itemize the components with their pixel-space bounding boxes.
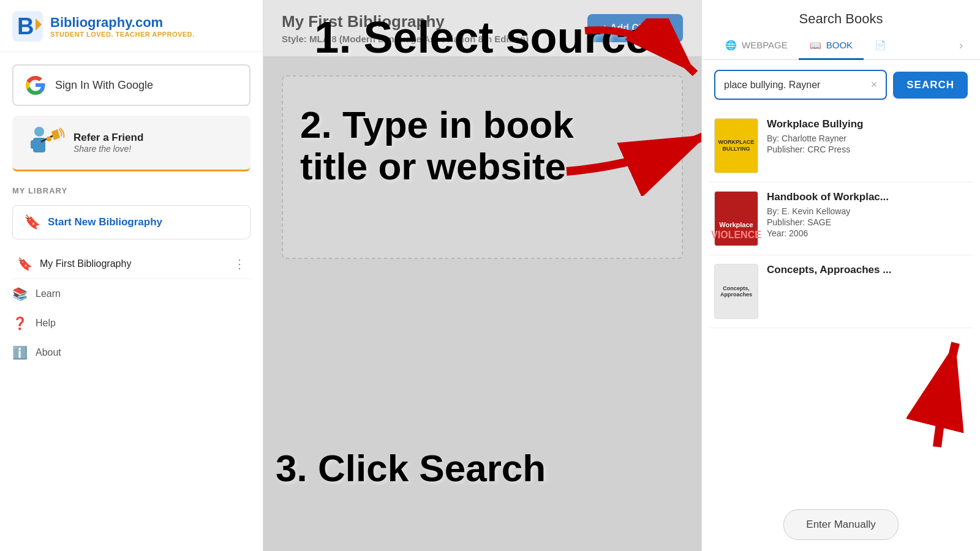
- tab-chevron-icon[interactable]: ›: [954, 32, 968, 59]
- svg-text:B: B: [17, 13, 34, 39]
- sign-in-label: Sign In With Google: [55, 79, 153, 92]
- book-tab-label: BOOK: [826, 40, 853, 50]
- my-library-label: MY LIBRARY: [0, 181, 263, 200]
- bibliography-title: My First Bibliography: [282, 12, 529, 31]
- bibliography-list-item[interactable]: 🔖 My First Bibliography ⋮: [12, 249, 251, 279]
- result-item-3[interactable]: Concepts,Approaches Concepts, Approaches…: [709, 255, 973, 328]
- arrow3-icon: [907, 331, 968, 453]
- result-info-2: Handbook of Workplac... By: E. Kevin Kel…: [767, 191, 889, 246]
- bibliography-style: Style: MLA 8 (Modern Language Associatio…: [282, 34, 529, 44]
- empty-bibliography-area: [282, 75, 683, 259]
- learn-label: Learn: [36, 288, 61, 299]
- search-button-label: SEARCH: [907, 79, 954, 91]
- bibliography-header: My First Bibliography Style: MLA 8 (Mode…: [263, 0, 701, 57]
- enter-manually-label: Enter Manually: [806, 519, 875, 530]
- search-input-wrapper: ×: [714, 70, 887, 100]
- main-content: My First Bibliography Style: MLA 8 (Mode…: [263, 0, 701, 551]
- sidebar: B Bibliography.com STUDENT LOVED. TEACHE…: [0, 0, 263, 551]
- help-label: Help: [36, 318, 56, 329]
- result-info-3: Concepts, Approaches ...: [767, 264, 891, 319]
- book-cover-3-icon: Concepts,Approaches: [714, 264, 758, 319]
- logo-area: B Bibliography.com STUDENT LOVED. TEACHE…: [0, 0, 263, 52]
- webpage-tab-label: WEBPAGE: [742, 40, 788, 50]
- app-title: Bibliography.com: [50, 15, 195, 31]
- step3-label: 3. Click Search: [276, 446, 546, 490]
- learn-icon: 📚: [12, 287, 27, 301]
- refer-friend-banner[interactable]: Refer a Friend Share the love!: [12, 116, 251, 171]
- google-logo-icon: [24, 74, 47, 96]
- book-cover-1-icon: WORKPLACEBULLYING: [714, 118, 758, 173]
- about-icon: ℹ️: [12, 345, 27, 360]
- result-title-2: Handbook of Workplac...: [767, 191, 889, 203]
- doc-icon: 📄: [875, 40, 886, 51]
- result-author-2: By: E. Kevin Kelloway: [767, 206, 889, 216]
- sidebar-item-help[interactable]: ❓ Help: [0, 309, 263, 338]
- bookmark-plus-icon: 🔖: [24, 214, 40, 230]
- search-bar-area: × SEARCH: [702, 60, 980, 110]
- search-books-title: Search Books: [702, 0, 980, 32]
- search-button[interactable]: SEARCH: [893, 72, 968, 99]
- refer-subtitle: Share the love!: [74, 144, 143, 154]
- tab-doc[interactable]: 📄: [864, 32, 897, 60]
- result-publisher-2: Publisher: SAGE: [767, 217, 889, 227]
- sign-in-google-button[interactable]: Sign In With Google: [12, 64, 251, 106]
- sidebar-item-about[interactable]: ℹ️ About: [0, 338, 263, 367]
- svg-rect-6: [31, 140, 36, 149]
- logo-text-area: Bibliography.com STUDENT LOVED. TEACHER …: [50, 15, 195, 38]
- sidebar-item-learn[interactable]: 📚 Learn: [0, 279, 263, 309]
- right-panel: Search Books 🌐 WEBPAGE 📖 BOOK 📄 › × SEAR…: [701, 0, 980, 551]
- result-info-1: Workplace Bullying By: Charlotte Rayner …: [767, 118, 863, 173]
- main-body: [263, 57, 701, 277]
- style-label: Style:: [282, 34, 307, 44]
- source-tabs: 🌐 WEBPAGE 📖 BOOK 📄 ›: [702, 32, 980, 60]
- search-input[interactable]: [724, 80, 866, 91]
- result-publisher-1: Publisher: CRC Press: [767, 144, 863, 154]
- result-title-1: Workplace Bullying: [767, 118, 863, 130]
- result-year-2: Year: 2006: [767, 228, 889, 238]
- refer-title: Refer a Friend: [74, 132, 143, 144]
- clear-search-button[interactable]: ×: [871, 78, 878, 91]
- style-value: MLA 8 (Modern Language Association 8th E…: [309, 34, 529, 44]
- logo-icon: B: [12, 11, 43, 42]
- enter-manually-button[interactable]: Enter Manually: [783, 509, 898, 540]
- bib-item-name: My First Bibliography: [40, 258, 131, 269]
- svg-point-4: [34, 127, 44, 137]
- result-item-1[interactable]: WORKPLACEBULLYING Workplace Bullying By:…: [709, 110, 973, 182]
- tab-book[interactable]: 📖 BOOK: [799, 32, 864, 60]
- svg-point-8: [47, 137, 51, 141]
- tab-webpage[interactable]: 🌐 WEBPAGE: [714, 32, 799, 60]
- add-citation-label: + Add Citation: [602, 23, 668, 34]
- help-icon: ❓: [12, 316, 27, 331]
- result-author-1: By: Charlotte Rayner: [767, 133, 863, 143]
- book-cover-2-icon: WorkplaceVIOLENCE: [714, 191, 758, 246]
- result-title-3: Concepts, Approaches ...: [767, 264, 891, 276]
- start-new-bibliography-button[interactable]: 🔖 Start New Bibliography: [12, 205, 251, 239]
- book-icon: 📖: [810, 40, 821, 51]
- refer-text: Refer a Friend Share the love!: [74, 132, 143, 154]
- bookmark-icon: 🔖: [17, 257, 32, 271]
- refer-illustration-icon: [22, 124, 65, 161]
- about-label: About: [36, 347, 61, 358]
- result-item-2[interactable]: WorkplaceVIOLENCE Handbook of Workplac..…: [709, 182, 973, 255]
- app-subtitle: STUDENT LOVED. TEACHER APPROVED.: [50, 31, 195, 38]
- more-options-icon[interactable]: ⋮: [233, 257, 246, 271]
- add-citation-button[interactable]: + Add Citation: [587, 14, 683, 42]
- webpage-globe-icon: 🌐: [725, 40, 737, 51]
- start-new-label: Start New Bibliography: [48, 216, 162, 228]
